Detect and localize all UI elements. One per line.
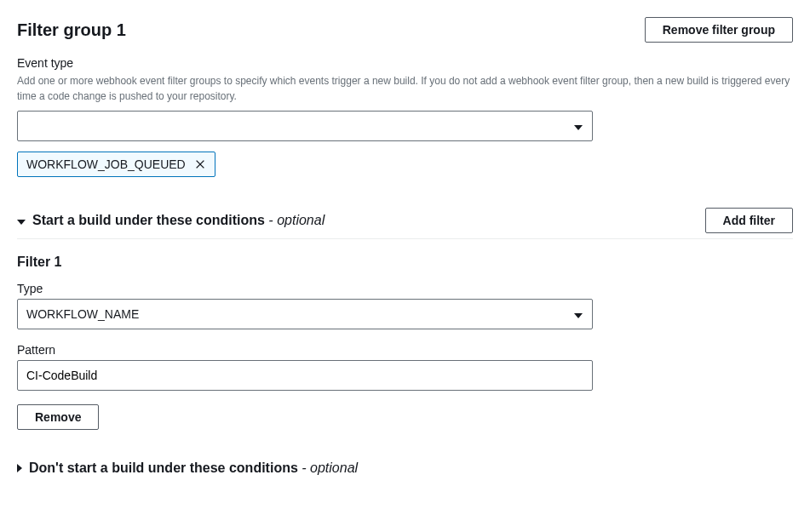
remove-filter-button[interactable]: Remove xyxy=(17,404,99,430)
add-filter-button[interactable]: Add filter xyxy=(705,208,793,233)
start-conditions-toggle[interactable]: Start a build under these conditions - o… xyxy=(17,213,325,228)
filter-type-label: Type xyxy=(17,282,793,295)
caret-down-icon xyxy=(17,214,26,227)
filter-pattern-label: Pattern xyxy=(17,343,793,357)
remove-filter-group-button[interactable]: Remove filter group xyxy=(645,17,793,43)
event-type-tag-label: WORKFLOW_JOB_QUEUED xyxy=(26,157,186,171)
filter-pattern-input[interactable] xyxy=(17,360,593,391)
dont-start-conditions-title: Don't start a build under these conditio… xyxy=(29,460,358,476)
close-icon xyxy=(194,158,206,170)
event-type-select[interactable] xyxy=(17,111,593,141)
event-type-description: Add one or more webhook event filter gro… xyxy=(17,73,793,104)
dont-start-conditions-toggle[interactable]: Don't start a build under these conditio… xyxy=(17,460,358,476)
remove-tag-button[interactable] xyxy=(194,158,206,170)
filter-type-select[interactable]: WORKFLOW_NAME xyxy=(17,299,593,329)
caret-right-icon xyxy=(17,461,22,475)
filter-type-value: WORKFLOW_NAME xyxy=(26,307,139,321)
start-conditions-title: Start a build under these conditions - o… xyxy=(32,213,325,228)
filter-heading: Filter 1 xyxy=(17,255,793,270)
event-type-label: Event type xyxy=(17,56,793,70)
event-type-tag: WORKFLOW_JOB_QUEUED xyxy=(17,152,215,177)
filter-group-title: Filter group 1 xyxy=(17,20,126,40)
